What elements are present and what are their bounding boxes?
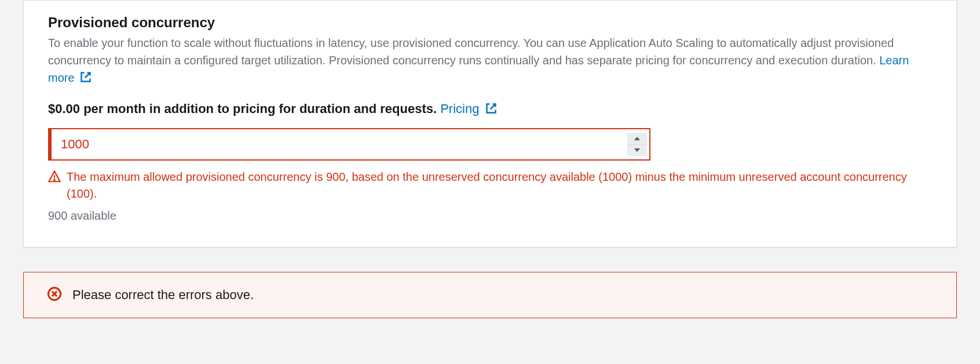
pricing-link[interactable]: Pricing [440,101,496,116]
panel-description: To enable your function to scale without… [48,34,932,88]
svg-point-1 [54,180,55,181]
concurrency-input[interactable] [48,128,650,161]
error-alert: Please correct the errors above. [23,272,957,318]
panel-title: Provisioned concurrency [48,14,932,31]
stepper-up-button[interactable] [627,133,647,145]
pricing-line: $0.00 per month in addition to pricing f… [48,101,932,118]
warning-triangle-icon [48,170,61,185]
provisioned-concurrency-panel: Provisioned concurrency To enable your f… [23,0,957,247]
pricing-prefix: $0.00 per month in addition to pricing f… [48,101,437,116]
concurrency-input-wrap [48,128,650,161]
stepper [627,133,647,156]
error-circle-icon [47,286,62,304]
chevron-down-icon [634,148,640,152]
pricing-link-label: Pricing [440,101,479,116]
stepper-down-button[interactable] [627,145,647,156]
available-text: 900 available [48,209,932,223]
external-link-icon [485,103,497,118]
alert-message: Please correct the errors above. [72,287,254,303]
chevron-up-icon [634,137,640,140]
panel-description-text: To enable your function to scale without… [48,37,894,67]
field-error-text: The maximum allowed provisioned concurre… [67,169,932,202]
external-link-icon [80,70,92,88]
field-error: The maximum allowed provisioned concurre… [48,169,932,202]
